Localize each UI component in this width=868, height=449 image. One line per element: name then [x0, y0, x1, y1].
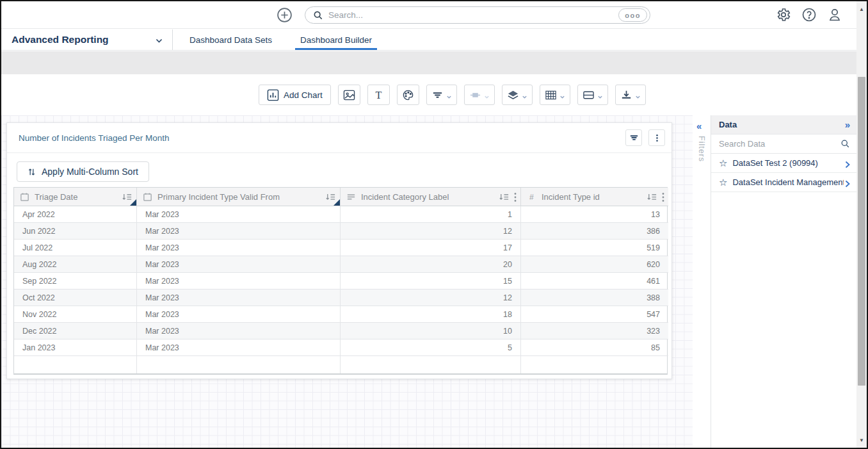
table-cell: Mar 2023	[137, 256, 341, 273]
column-kebab-icon[interactable]	[662, 192, 664, 201]
data-search-input[interactable]	[719, 139, 840, 149]
chevron-right-icon[interactable]	[844, 179, 851, 186]
data-panel-header: Data »	[711, 115, 856, 135]
column-header-triage-date[interactable]: Triage Date	[14, 188, 137, 206]
table-row[interactable]: Jan 2023Mar 2023585	[14, 339, 667, 356]
table-row[interactable]: Sep 2022Mar 202315461	[14, 273, 667, 290]
add-chart-button[interactable]: Add Chart	[259, 85, 331, 105]
chevron-right-icon[interactable]	[844, 159, 851, 167]
table-widget[interactable]: Number of Incidents Triaged Per Month Ap…	[6, 122, 672, 379]
table-cell: Jan 2023	[14, 339, 137, 356]
apply-multi-column-sort-button[interactable]: Apply Multi-Column Sort	[17, 161, 149, 182]
table-cell-empty	[341, 356, 521, 373]
app-menu-label: Advanced Reporting	[12, 34, 109, 45]
star-icon[interactable]: ☆	[719, 177, 727, 187]
user-profile-icon[interactable]	[827, 7, 842, 22]
table-row[interactable]: Apr 2022Mar 2023113	[14, 206, 667, 223]
theme-palette-button[interactable]	[397, 85, 419, 105]
table-row[interactable]: Dec 2022Mar 202310323	[14, 323, 667, 339]
widget-filter-button[interactable]	[625, 129, 642, 146]
table-row[interactable]: Oct 2022Mar 202312388	[14, 290, 667, 306]
help-icon[interactable]	[801, 7, 817, 22]
add-text-button[interactable]: T	[367, 85, 390, 105]
expand-right-icon[interactable]: »	[845, 119, 850, 130]
table-cell: Jul 2022	[14, 240, 137, 256]
filter-menu-button[interactable]	[426, 85, 457, 105]
data-panel-title: Data	[719, 120, 737, 129]
dataset-name: DataSet Test 2 (90994)	[732, 158, 844, 168]
column-header-incident-category-label[interactable]: Incident Category Label	[341, 188, 521, 206]
global-search[interactable]: ooo	[305, 6, 650, 24]
top-bar: ooo	[1, 1, 856, 29]
palette-icon	[402, 89, 414, 101]
table-cell: Mar 2023	[137, 339, 341, 356]
table-cell: Mar 2023	[137, 290, 341, 306]
settings-gear-icon[interactable]	[776, 7, 791, 22]
table-cell: Mar 2023	[137, 273, 341, 290]
data-search[interactable]	[711, 135, 856, 154]
table-cell: 461	[521, 273, 668, 290]
table-cell: Aug 2022	[14, 256, 137, 273]
table-cell: 386	[521, 223, 668, 240]
filters-rail: « Filters	[693, 115, 711, 448]
chevron-down-icon	[559, 92, 565, 98]
table-cell-empty	[14, 356, 137, 373]
layout-menu-button[interactable]	[577, 85, 608, 105]
search-input[interactable]	[328, 10, 618, 20]
chevron-down-icon	[597, 92, 603, 98]
table-cell: Dec 2022	[14, 323, 137, 339]
table-cell: 20	[341, 256, 521, 273]
grid-menu-button[interactable]	[540, 85, 570, 105]
dataset-item[interactable]: ☆DataSet Test 2 (90994)	[711, 154, 856, 173]
tab-dashboard-builder[interactable]: Dashboard Builder	[286, 29, 386, 50]
app-menu-dropdown[interactable]: Advanced Reporting	[1, 29, 173, 50]
date-type-icon	[20, 192, 29, 202]
table-row[interactable]: Jul 2022Mar 202317519	[14, 240, 667, 256]
filter-icon	[431, 89, 444, 101]
table-cell: 17	[341, 240, 521, 256]
table-cell: 547	[521, 306, 668, 323]
dataset-item[interactable]: ☆DataSet Incident Management ...	[711, 173, 856, 192]
sub-header-band	[1, 51, 856, 74]
star-icon[interactable]: ☆	[719, 158, 727, 168]
table-cell: Jun 2022	[14, 223, 137, 240]
table-cell: 18	[341, 306, 521, 323]
widget-kebab-menu-button[interactable]	[648, 129, 665, 146]
table-row[interactable]: Jun 2022Mar 202312386	[14, 223, 667, 240]
sort-icon[interactable]	[647, 193, 657, 201]
filters-panel-tab[interactable]: Filters	[697, 136, 706, 162]
tab-dashboard-data-sets[interactable]: Dashboard Data Sets	[175, 29, 286, 50]
table-cell: Mar 2023	[137, 323, 341, 339]
column-kebab-icon[interactable]	[514, 192, 517, 201]
column-header-primary-incident-type-valid-from[interactable]: Primary Incident Type Valid From	[137, 188, 341, 206]
add-icon[interactable]	[277, 7, 293, 23]
sort-icon[interactable]	[499, 193, 510, 201]
chevron-down-icon	[446, 92, 452, 98]
table-cell: Mar 2023	[137, 206, 341, 223]
collapse-left-icon[interactable]: «	[696, 120, 702, 131]
image-icon	[343, 89, 355, 101]
scroll-down-icon[interactable]: ▼	[856, 435, 867, 445]
vertical-scrollbar[interactable]: ▲ ▼	[856, 1, 867, 448]
scroll-up-icon[interactable]: ▲	[856, 4, 867, 14]
table-cell: Sep 2022	[14, 273, 137, 290]
add-image-button[interactable]	[338, 85, 360, 105]
column-header-incident-type-id[interactable]: #Incident Type id	[521, 188, 668, 206]
export-menu-button[interactable]	[615, 85, 646, 105]
table-cell: Mar 2023	[137, 306, 341, 323]
dashboard-canvas[interactable]: Number of Incidents Triaged Per Month Ap…	[1, 115, 693, 448]
grid-icon	[545, 89, 557, 101]
table-empty-row	[14, 356, 667, 373]
layers-menu-button[interactable]	[502, 85, 533, 105]
search-options-button[interactable]: ooo	[618, 8, 647, 22]
table-row[interactable]: Aug 2022Mar 202320620	[14, 256, 667, 273]
chevron-down-icon	[635, 92, 641, 98]
scrollbar-thumb[interactable]	[858, 77, 865, 386]
chevron-down-icon	[155, 36, 163, 44]
table-row[interactable]: Nov 2022Mar 202318547	[14, 306, 667, 323]
table-cell: 10	[341, 323, 521, 339]
date-type-icon	[143, 192, 152, 202]
sorted-corner-indicator	[130, 199, 136, 206]
layout-icon	[583, 89, 595, 101]
table-cell: 13	[521, 206, 668, 223]
